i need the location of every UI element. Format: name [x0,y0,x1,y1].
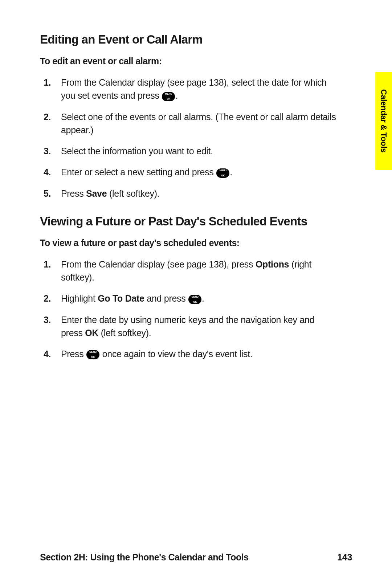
page-footer: Section 2H: Using the Phone's Calendar a… [40,552,352,563]
page-content: Editing an Event or Call Alarm To edit a… [40,33,338,375]
step-text: Press [61,188,86,199]
step-text: . [202,293,204,303]
step-number: 1. [44,258,51,271]
step-number: 5. [44,187,51,200]
steps-list-edit: 1. From the Calendar display (see page 1… [40,76,338,200]
step-number: 3. [44,313,51,326]
menu-ok-icon [216,168,229,178]
step-text: From the Calendar display (see page 138)… [61,259,256,269]
list-item: 1. From the Calendar display (see page 1… [61,76,338,102]
step-text: Select the information you want to edit. [61,146,213,156]
menu-ok-icon [162,92,175,101]
step-number: 2. [44,110,51,123]
step-text: Enter or select a new setting and press [61,167,216,177]
list-item: 3. Select the information you want to ed… [61,144,338,158]
list-item: 4. Press once again to view the day's ev… [61,347,338,360]
step-number: 4. [44,347,51,360]
section-editing-event: Editing an Event or Call Alarm To edit a… [40,33,338,200]
menu-ok-icon [86,350,99,359]
step-text: Select one of the events or call alarms.… [61,112,336,135]
section-viewing-events: Viewing a Future or Past Day's Scheduled… [40,215,338,361]
step-text: once again to view the day's event list. [100,349,253,359]
section-tab: Calendar & Tools [375,72,392,170]
subhead-edit-instructions: To edit an event or call alarm: [40,56,338,66]
list-item: 5. Press Save (left softkey). [61,187,338,200]
list-item: 1. From the Calendar display (see page 1… [61,258,338,284]
footer-section-title: Section 2H: Using the Phone's Calendar a… [40,552,249,563]
step-bold: Options [256,259,289,269]
list-item: 2. Highlight Go To Date and press . [61,292,338,305]
section-tab-label: Calendar & Tools [379,89,388,153]
step-text: . [175,90,178,101]
menu-ok-icon [188,295,201,304]
step-text: Press [61,349,86,359]
list-item: 2. Select one of the events or call alar… [61,110,338,137]
step-number: 4. [44,166,51,179]
step-number: 2. [44,292,51,305]
step-text: (left softkey). [98,328,151,338]
heading-viewing-events: Viewing a Future or Past Day's Scheduled… [40,215,338,228]
step-number: 3. [44,144,51,158]
step-text: From the Calendar display (see page 138)… [61,77,327,101]
step-text: (left softkey). [107,188,159,199]
step-text: and press [144,293,188,303]
list-item: 3. Enter the date by using numeric keys … [61,313,338,340]
steps-list-view: 1. From the Calendar display (see page 1… [40,258,338,361]
step-text: Highlight [61,293,98,303]
step-number: 1. [44,76,51,89]
list-item: 4. Enter or select a new setting and pre… [61,166,338,179]
step-bold: Go To Date [98,293,144,303]
step-text: . [230,167,232,177]
footer-page-number: 143 [337,552,352,563]
step-bold: OK [85,328,98,338]
heading-editing-event: Editing an Event or Call Alarm [40,33,338,46]
subhead-view-instructions: To view a future or past day's scheduled… [40,238,338,248]
step-bold: Save [86,188,107,199]
